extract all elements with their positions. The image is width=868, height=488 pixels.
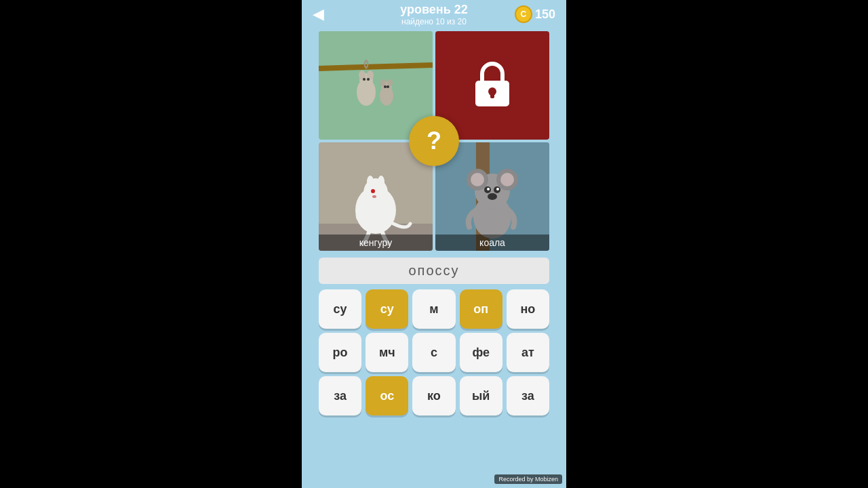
letter-btn-11[interactable]: ос	[366, 376, 408, 415]
kangaroo-label: кенгуру	[319, 235, 433, 251]
letter-btn-7[interactable]: с	[412, 333, 455, 372]
watermark: Recorded by Mobizen	[494, 474, 562, 484]
svg-point-7	[367, 78, 370, 81]
back-button[interactable]: ◀	[313, 5, 324, 23]
coin-icon: C	[515, 5, 532, 23]
svg-point-36	[496, 188, 499, 190]
letter-btn-3[interactable]: оп	[460, 289, 502, 329]
letter-btn-13[interactable]: ый	[460, 376, 502, 415]
svg-point-6	[363, 78, 366, 81]
svg-point-37	[488, 193, 497, 200]
header-center: уровень 22 найдено 10 из 20	[400, 3, 468, 26]
koala-cell: коала	[435, 142, 549, 251]
koala-label: коала	[435, 235, 549, 251]
question-overlay: ?	[409, 116, 459, 166]
svg-point-23	[371, 189, 375, 193]
svg-point-11	[387, 79, 393, 86]
letter-btn-8[interactable]: фе	[460, 333, 502, 372]
letter-btn-10[interactable]: за	[319, 376, 361, 415]
phone-container: ◀ уровень 22 найдено 10 из 20 C 150	[302, 0, 566, 488]
letter-btn-14[interactable]: за	[507, 376, 549, 415]
letter-btn-0[interactable]: су	[319, 289, 361, 329]
svg-point-24	[372, 195, 376, 198]
letter-grid: сусумопноромчсфеатзаоскоыйза	[319, 289, 549, 415]
coins-badge: C 150	[515, 5, 555, 23]
svg-point-12	[384, 85, 387, 88]
letter-btn-2[interactable]: м	[412, 289, 455, 329]
svg-point-35	[487, 188, 490, 190]
svg-rect-16	[490, 92, 494, 98]
letter-btn-12[interactable]: ко	[412, 376, 455, 415]
svg-point-10	[380, 79, 386, 86]
letter-btn-4[interactable]: но	[507, 289, 549, 329]
image-grid: кенгуру	[319, 31, 549, 251]
level-subtitle: найдено 10 из 20	[400, 17, 468, 26]
header: ◀ уровень 22 найдено 10 из 20 C 150	[302, 0, 566, 28]
letter-btn-1[interactable]: су	[366, 289, 408, 329]
letter-btn-9[interactable]: ат	[507, 333, 549, 372]
svg-point-21	[367, 176, 374, 188]
svg-point-13	[387, 85, 389, 88]
answer-display: опоссу	[319, 258, 549, 284]
svg-point-30	[471, 173, 484, 186]
lock-icon	[472, 62, 513, 109]
letter-btn-5[interactable]: ро	[319, 333, 361, 372]
level-title: уровень 22	[400, 3, 468, 17]
letter-btn-6[interactable]: мч	[366, 333, 408, 372]
svg-line-1	[319, 65, 433, 68]
coin-amount: 150	[535, 7, 555, 22]
svg-point-22	[378, 176, 384, 188]
svg-point-32	[500, 173, 514, 186]
